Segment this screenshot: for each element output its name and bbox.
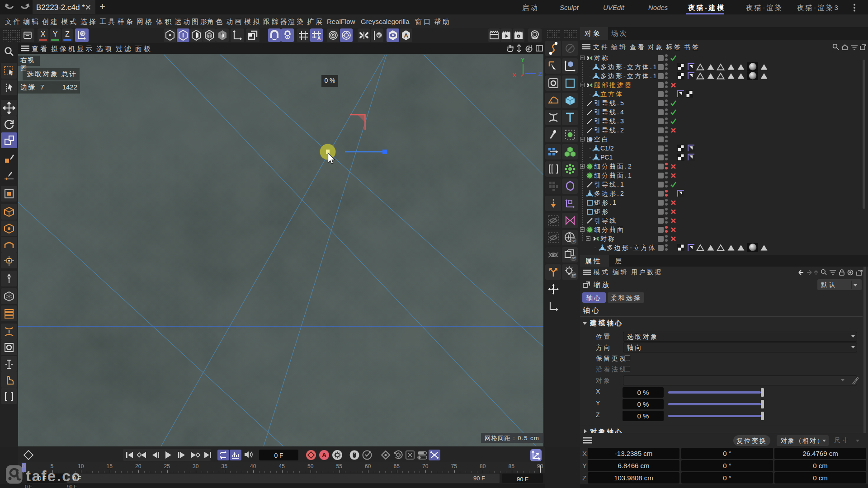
svg-text:Y: Y — [521, 56, 525, 63]
svg-text:A: A — [233, 451, 236, 455]
svg-text:A: A — [317, 36, 321, 41]
svg-text:A: A — [322, 451, 326, 459]
svg-text:ST: ST — [571, 274, 576, 277]
svg-text:A: A — [404, 32, 409, 39]
svg-text:Z: Z — [538, 70, 542, 77]
svg-text:ST: ST — [571, 239, 576, 243]
svg-text:ST: ST — [571, 257, 576, 260]
svg-text:X: X — [512, 72, 516, 79]
